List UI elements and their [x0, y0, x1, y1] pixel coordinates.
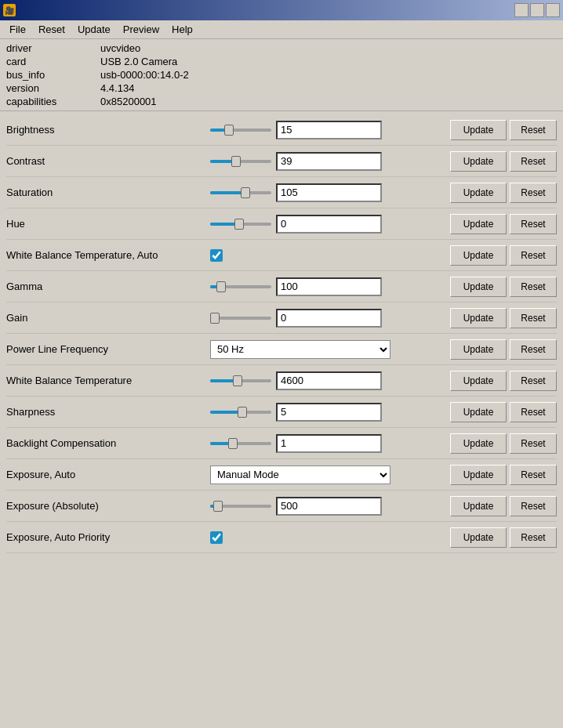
control-label: White Balance Temperature: [6, 375, 210, 386]
slider-thumb[interactable]: [233, 375, 242, 386]
control-input[interactable]: [276, 371, 382, 390]
control-label: Exposure (Absolute): [6, 500, 210, 512]
control-input[interactable]: [276, 309, 382, 328]
control-input[interactable]: [276, 215, 382, 234]
control-row: Exposure, AutoManual ModeAuto ModeShutte…: [6, 459, 557, 491]
reset-button[interactable]: Reset: [510, 151, 557, 172]
slider-track[interactable]: [210, 379, 271, 382]
slider-thumb[interactable]: [228, 438, 238, 449]
info-value-businfo: usb-0000:00:14.0-2: [100, 69, 557, 81]
info-label-businfo: bus_info: [6, 69, 100, 81]
control-row: Exposure (Absolute)UpdateReset: [6, 491, 557, 522]
slider-area[interactable]: [210, 411, 273, 414]
reset-button[interactable]: Reset: [510, 465, 557, 485]
slider-track[interactable]: [210, 505, 271, 508]
maximize-button[interactable]: [530, 3, 544, 17]
update-button[interactable]: Update: [450, 277, 507, 297]
reset-button[interactable]: Reset: [510, 277, 557, 297]
slider-thumb[interactable]: [224, 125, 234, 136]
slider-thumb[interactable]: [238, 407, 247, 418]
control-input[interactable]: [276, 183, 382, 202]
control-label: Backlight Compensation: [6, 437, 210, 449]
control-row: BrightnessUpdateReset: [6, 114, 557, 146]
update-button[interactable]: Update: [450, 433, 507, 454]
control-row: SaturationUpdateReset: [6, 177, 557, 208]
update-button[interactable]: Update: [450, 371, 507, 391]
slider-thumb[interactable]: [216, 281, 226, 292]
slider-track[interactable]: [210, 191, 271, 194]
slider-track[interactable]: [210, 129, 271, 132]
control-checkbox[interactable]: [210, 531, 223, 544]
control-select[interactable]: Disabled50 Hz60 Hz: [210, 340, 390, 359]
menu-item-preview[interactable]: Preview: [117, 22, 165, 37]
update-button[interactable]: Update: [450, 465, 507, 485]
control-checkbox[interactable]: [210, 249, 223, 262]
slider-area[interactable]: [210, 505, 273, 508]
close-button[interactable]: [546, 3, 560, 17]
slider-area[interactable]: [210, 191, 273, 194]
update-button[interactable]: Update: [450, 120, 507, 140]
slider-thumb[interactable]: [241, 187, 250, 198]
slider-track[interactable]: [210, 317, 271, 320]
update-button[interactable]: Update: [450, 308, 507, 328]
control-row: Backlight CompensationUpdateReset: [6, 428, 557, 459]
slider-area[interactable]: [210, 317, 273, 320]
slider-thumb[interactable]: [210, 313, 220, 324]
update-button[interactable]: Update: [450, 214, 507, 234]
control-label: White Balance Temperature, Auto: [6, 249, 210, 261]
control-input[interactable]: [276, 403, 382, 422]
reset-button[interactable]: Reset: [510, 371, 557, 391]
menu-item-reset[interactable]: Reset: [32, 22, 71, 37]
control-row: SharpnessUpdateReset: [6, 397, 557, 428]
menu-item-file[interactable]: File: [3, 22, 32, 37]
slider-track[interactable]: [210, 160, 271, 163]
minimize-button[interactable]: [514, 3, 528, 17]
control-label: Hue: [6, 218, 210, 230]
reset-button[interactable]: Reset: [510, 402, 557, 422]
control-input[interactable]: [276, 497, 382, 516]
reset-button[interactable]: Reset: [510, 308, 557, 328]
update-button[interactable]: Update: [450, 527, 507, 548]
control-input[interactable]: [276, 121, 382, 139]
update-button[interactable]: Update: [450, 339, 507, 360]
reset-button[interactable]: Reset: [510, 214, 557, 234]
control-input[interactable]: [276, 434, 382, 453]
update-button[interactable]: Update: [450, 151, 507, 172]
update-button[interactable]: Update: [450, 245, 507, 266]
update-button[interactable]: Update: [450, 402, 507, 422]
info-value-version: 4.4.134: [100, 82, 557, 94]
reset-button[interactable]: Reset: [510, 120, 557, 140]
slider-area[interactable]: [210, 129, 273, 132]
menu-item-help[interactable]: Help: [165, 22, 199, 37]
slider-thumb[interactable]: [213, 501, 223, 512]
slider-track[interactable]: [210, 442, 271, 445]
control-row: White Balance TemperatureUpdateReset: [6, 365, 557, 397]
control-label: Gain: [6, 312, 210, 324]
reset-button[interactable]: Reset: [510, 496, 557, 516]
reset-button[interactable]: Reset: [510, 527, 557, 548]
slider-track[interactable]: [210, 223, 271, 226]
reset-button[interactable]: Reset: [510, 245, 557, 266]
slider-thumb[interactable]: [231, 156, 241, 167]
slider-area[interactable]: [210, 285, 273, 288]
menu-bar: FileResetUpdatePreviewHelp: [0, 20, 563, 39]
slider-area[interactable]: [210, 223, 273, 226]
slider-area[interactable]: [210, 442, 273, 445]
slider-track[interactable]: [210, 285, 271, 288]
reset-button[interactable]: Reset: [510, 433, 557, 454]
slider-track[interactable]: [210, 411, 271, 414]
info-label-card: card: [6, 56, 100, 67]
slider-thumb[interactable]: [234, 219, 244, 230]
slider-area[interactable]: [210, 160, 273, 163]
reset-button[interactable]: Reset: [510, 183, 557, 203]
menu-item-update[interactable]: Update: [71, 22, 117, 37]
update-button[interactable]: Update: [450, 183, 507, 203]
update-button[interactable]: Update: [450, 496, 507, 516]
control-row: Power Line FrequencyDisabled50 Hz60 HzUp…: [6, 334, 557, 365]
slider-area[interactable]: [210, 379, 273, 382]
control-input[interactable]: [276, 277, 382, 296]
control-select[interactable]: Manual ModeAuto ModeShutter Priority Mod…: [210, 465, 390, 484]
control-input[interactable]: [276, 152, 382, 171]
reset-button[interactable]: Reset: [510, 339, 557, 360]
control-label: Sharpness: [6, 406, 210, 418]
